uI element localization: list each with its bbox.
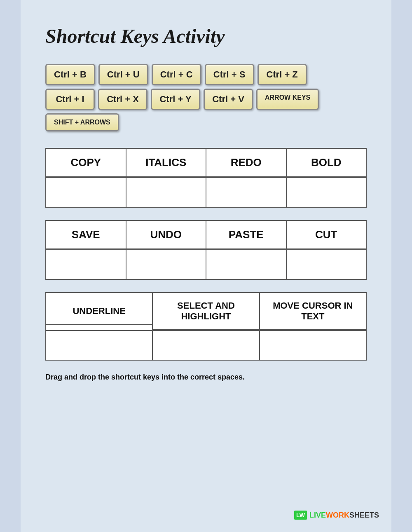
lw-logo-green: LW — [294, 511, 307, 520]
key-ctrl-u[interactable]: Ctrl + U — [98, 64, 148, 85]
header-bold: BOLD — [287, 149, 366, 177]
match-table-3: UNDERLINE SELECT AND HIGHLIGHT MOVE CURS… — [45, 292, 367, 361]
drop-move-cursor[interactable] — [260, 331, 366, 360]
drop-paste[interactable] — [206, 250, 286, 279]
drop-bold[interactable] — [287, 178, 366, 207]
header-redo: REDO — [206, 149, 286, 177]
header-copy: COPY — [46, 149, 126, 177]
key-ctrl-s[interactable]: Ctrl + S — [205, 64, 254, 85]
drop-italics[interactable] — [126, 178, 206, 207]
page-title: Shortcut Keys Activity — [45, 25, 367, 47]
match-table-2: SAVE UNDO PASTE CUT — [45, 220, 367, 280]
header-move-cursor: MOVE CURSOR IN TEXT — [260, 293, 366, 330]
header-undo: UNDO — [126, 221, 206, 249]
header-cut: CUT — [287, 221, 366, 249]
header-paste: PASTE — [206, 221, 286, 249]
drop-redo[interactable] — [206, 178, 286, 207]
match-table-1: COPY ITALICS REDO BOLD — [45, 148, 367, 208]
lw-logo: LW — [294, 511, 307, 520]
keys-section: Ctrl + B Ctrl + U Ctrl + C Ctrl + S Ctrl… — [45, 64, 367, 131]
header-save: SAVE — [46, 221, 126, 249]
drop-copy[interactable] — [46, 178, 126, 207]
key-ctrl-c[interactable]: Ctrl + C — [152, 64, 201, 85]
header-underline: UNDERLINE — [46, 298, 152, 325]
key-shift-arrows[interactable]: SHIFT + ARROWS — [45, 113, 119, 131]
key-ctrl-v[interactable]: Ctrl + V — [204, 89, 253, 110]
drop-undo[interactable] — [126, 250, 206, 279]
key-ctrl-z[interactable]: Ctrl + Z — [258, 64, 307, 85]
keys-row-1: Ctrl + B Ctrl + U Ctrl + C Ctrl + S Ctrl… — [45, 64, 367, 85]
drop-select-highlight[interactable] — [153, 331, 259, 360]
drop-cut[interactable] — [287, 250, 366, 279]
key-ctrl-x[interactable]: Ctrl + X — [98, 89, 147, 110]
drop-underline[interactable] — [46, 331, 152, 360]
drop-save[interactable] — [46, 250, 126, 279]
keys-row-3: SHIFT + ARROWS — [45, 113, 367, 131]
liveworksheets-brand: LW LIVEWORKSHEETS — [294, 511, 379, 520]
key-ctrl-i[interactable]: Ctrl + I — [45, 89, 95, 110]
lw-brand-text: LIVEWORKSHEETS — [309, 511, 379, 520]
key-arrow-keys[interactable]: ARROW KEYS — [256, 89, 319, 110]
header-select-highlight: SELECT AND HIGHLIGHT — [153, 293, 259, 330]
header-italics: ITALICS — [126, 149, 206, 177]
key-ctrl-b[interactable]: Ctrl + B — [45, 64, 95, 85]
key-ctrl-y[interactable]: Ctrl + Y — [151, 89, 200, 110]
instruction-text: Drag and drop the shortcut keys into the… — [45, 373, 367, 382]
page: Shortcut Keys Activity Ctrl + B Ctrl + U… — [21, 0, 391, 532]
keys-row-2: Ctrl + I Ctrl + X Ctrl + Y Ctrl + V ARRO… — [45, 89, 367, 110]
